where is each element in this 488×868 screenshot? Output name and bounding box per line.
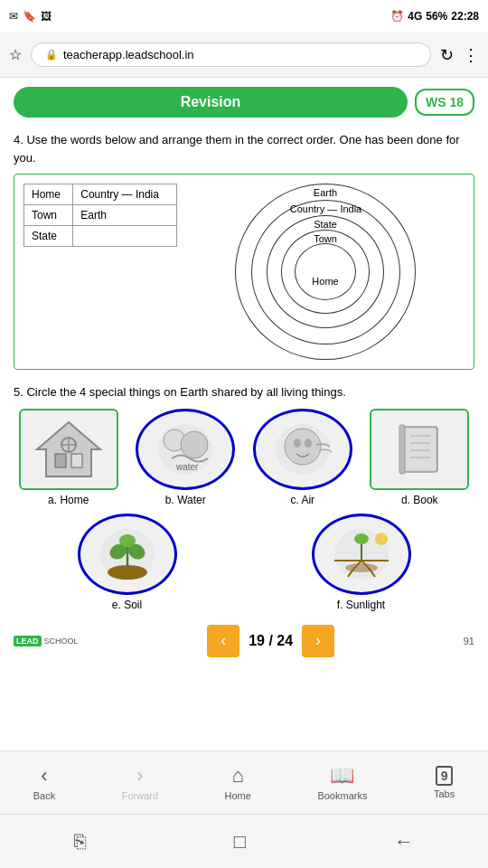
lead-logo: LEAD SCHOOL: [14, 636, 79, 646]
lock-icon: 🔒: [45, 49, 58, 61]
svg-point-31: [354, 533, 369, 544]
item-home: a. Home: [14, 409, 123, 506]
item-img-soil: [78, 514, 177, 595]
book-svg: [383, 418, 455, 481]
label-state: State: [314, 219, 337, 230]
svg-point-11: [285, 429, 321, 465]
nav-forward-label: Forward: [122, 790, 158, 801]
nav-home-label: Home: [225, 790, 251, 801]
status-left: ✉ 🔖 🖼: [9, 10, 52, 23]
oval-home: Home: [295, 243, 356, 300]
nav-bookmarks[interactable]: 📖 Bookmarks: [317, 764, 367, 801]
item-label-air: c. Air: [290, 494, 314, 506]
cell-state: State: [24, 226, 73, 247]
back-icon: ‹: [41, 764, 47, 788]
nav-back-label: Back: [33, 790, 55, 801]
svg-point-32: [375, 533, 388, 545]
item-img-air: [253, 409, 352, 490]
label-country: Country — India: [290, 203, 361, 214]
svg-point-26: [119, 534, 136, 547]
item-label-sunlight: f. Sunlight: [337, 599, 385, 611]
recent-apps-icon[interactable]: ⎘: [74, 830, 86, 854]
star-icon[interactable]: ☆: [9, 46, 22, 63]
home-icon: ⌂: [232, 764, 244, 788]
nav-back[interactable]: ‹ Back: [33, 764, 55, 801]
system-bar: ⎘ □ ←: [0, 814, 488, 868]
status-bar: ✉ 🔖 🖼 ⏰ 4G 56% 22:28: [0, 0, 488, 33]
lead-badge: LEAD: [14, 636, 42, 646]
item-book: d. Book: [365, 409, 474, 506]
cell-earth: Earth: [73, 205, 177, 226]
signal-text: 4G: [408, 10, 422, 23]
image-icon: 🖼: [41, 10, 52, 23]
item-img-sunlight: [312, 514, 411, 595]
water-svg: water: [149, 418, 221, 481]
nav-bar: ‹ Back › Forward ⌂ Home 📖 Bookmarks 9 Ta…: [0, 750, 488, 814]
item-label-home: a. Home: [48, 494, 89, 506]
cell-country: Country — India: [73, 184, 177, 205]
q4-text: 4. Use the words below and arrange them …: [14, 131, 474, 166]
svg-text:water: water: [175, 462, 199, 472]
soil-svg: [91, 523, 164, 586]
cell-home: Home: [24, 184, 73, 205]
table-row: State: [24, 226, 177, 247]
question-4: 4. Use the words below and arrange them …: [14, 131, 474, 370]
status-right: ⏰ 4G 56% 22:28: [390, 10, 479, 23]
next-button[interactable]: ›: [302, 625, 334, 657]
item-label-water: b. Water: [165, 494, 206, 506]
item-water: water b. Water: [131, 409, 239, 506]
svg-rect-2: [71, 454, 82, 467]
prev-button[interactable]: ‹: [207, 625, 239, 657]
svg-rect-15: [403, 429, 436, 470]
svg-point-13: [305, 439, 312, 448]
sunlight-svg: [325, 523, 398, 586]
forward-icon: ›: [136, 764, 143, 788]
nav-tabs[interactable]: 9 Tabs: [434, 766, 455, 799]
item-label-book: d. Book: [401, 494, 438, 506]
item-soil: e. Soil: [73, 514, 182, 611]
revision-label: Revision: [14, 87, 408, 118]
svg-rect-1: [55, 454, 66, 467]
item-img-book: [370, 409, 469, 490]
table-row: Town Earth: [24, 205, 177, 226]
label-home: Home: [312, 276, 338, 287]
url-text: teacherapp.leadschool.in: [63, 48, 194, 61]
q5-text: 5. Circle the 4 special things on Earth …: [14, 383, 474, 401]
nav-home[interactable]: ⌂ Home: [225, 764, 251, 801]
home-sys-icon[interactable]: □: [234, 830, 246, 854]
revision-bar: Revision WS 18: [14, 87, 474, 118]
q4-content: Home Country — India Town Earth State: [14, 174, 474, 370]
item-air: c. Air: [249, 409, 357, 506]
tabs-icon: 9: [436, 766, 454, 786]
message-icon: ✉: [9, 10, 18, 23]
battery-text: 56%: [426, 10, 447, 23]
nav-tabs-label: Tabs: [434, 788, 455, 799]
label-earth: Earth: [314, 187, 337, 198]
question-5: 5. Circle the 4 special things on Earth …: [14, 383, 474, 611]
item-sunlight: f. Sunlight: [307, 514, 416, 611]
back-sys-icon[interactable]: ←: [394, 830, 414, 854]
bookmarks-icon: 📖: [330, 764, 354, 788]
air-svg: [267, 418, 339, 481]
svg-rect-20: [399, 425, 405, 474]
pagination-area: LEAD SCHOOL ‹ 19 / 24 › 91: [14, 620, 474, 662]
table-row: Home Country — India: [24, 184, 177, 205]
pagination-bar: ‹ 19 / 24 ›: [207, 625, 334, 657]
q4-diagram: Earth Country — India State Town Home: [186, 184, 465, 360]
nav-forward[interactable]: › Forward: [122, 764, 158, 801]
svg-point-12: [294, 439, 301, 448]
q4-table-side: Home Country — India Town Earth State: [23, 184, 177, 360]
nav-bookmarks-label: Bookmarks: [317, 790, 367, 801]
refresh-icon[interactable]: ↻: [440, 45, 454, 65]
page-number: 19 / 24: [249, 633, 293, 649]
main-content: Revision WS 18 4. Use the words below an…: [0, 78, 488, 671]
menu-icon[interactable]: ⋮: [463, 45, 479, 65]
item-img-water: water: [136, 409, 235, 490]
school-text: SCHOOL: [44, 637, 79, 646]
clock-icon: ⏰: [390, 10, 404, 23]
bookmark-icon: 🔖: [23, 10, 36, 23]
cell-town: Town: [24, 205, 73, 226]
browser-bar: ☆ 🔒 teacherapp.leadschool.in ↻ ⋮: [0, 33, 488, 78]
url-bar[interactable]: 🔒 teacherapp.leadschool.in: [31, 42, 431, 67]
ws-badge: WS 18: [415, 89, 474, 116]
